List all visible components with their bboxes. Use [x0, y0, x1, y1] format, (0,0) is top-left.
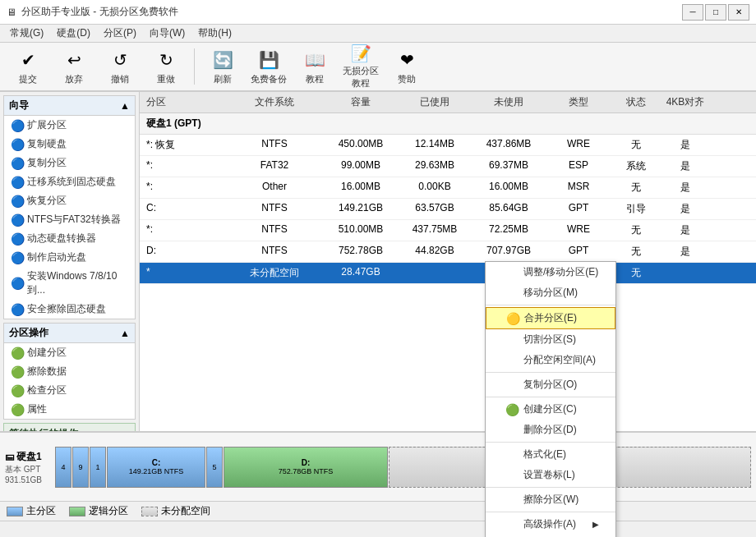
sidebar-item-guide[interactable]: 🔵安装Windows 7/8/10到...	[4, 267, 135, 300]
ctx-item-8[interactable]: 格式化(E)	[486, 444, 615, 465]
disk-visual-label: 🖴 硬盘1	[5, 450, 50, 464]
toolbar-label-放弃: 放弃	[65, 73, 83, 85]
partops-section: 分区操作 ▲ 🟢创建分区🟢擦除数据🟢检查分区🟢属性	[3, 323, 136, 420]
partition-row-5[interactable]: D:NTFS752.78GB44.82GB707.97GBGPT无是	[140, 241, 756, 263]
cell-status-3: 引导	[611, 200, 661, 218]
partition-row-0[interactable]: *: 恢复NTFS450.00MB12.14MB437.86MBWRE无是	[140, 135, 756, 156]
ctx-item-5[interactable]: 复制分区(O)	[486, 374, 615, 395]
sidebar-item-guide[interactable]: 🔵复制硬盘	[4, 135, 135, 154]
toolbar-btn-提交[interactable]: ✔提交	[7, 45, 49, 88]
toolbar-icon-刷新: 🔄	[210, 48, 236, 71]
maximize-button[interactable]: □	[705, 4, 726, 21]
cell-fs-5: NTFS	[225, 243, 324, 260]
cell-cap-2: 16.00MB	[324, 179, 398, 196]
menu-item-常规(G)[interactable]: 常规(G)	[3, 25, 50, 42]
partition-row-3[interactable]: C:NTFS149.21GB63.57GB85.64GBGPT引导是	[140, 199, 756, 220]
ctx-item-4[interactable]: 分配空闲空间(A)	[486, 350, 615, 370]
partition-table-body: *: 恢复NTFS450.00MB12.14MB437.86MBWRE无是*:F…	[140, 135, 756, 284]
legend: 主分区 逻辑分区 未分配空间	[0, 501, 756, 521]
toolbar-btn-赞助[interactable]: ❤赞助	[385, 45, 428, 88]
close-button[interactable]: ✕	[728, 4, 749, 21]
toolbar-btn-刷新[interactable]: 🔄刷新	[201, 45, 244, 88]
partition-row-1[interactable]: *:FAT3299.00MB29.63MB69.37MBESP系统是	[140, 156, 756, 177]
sidebar-item-guide[interactable]: 🔵安全擦除固态硬盘	[4, 300, 135, 319]
sidebar-item-guide[interactable]: 🔵制作启动光盘	[4, 248, 135, 267]
menu-item-硬盘(D)[interactable]: 硬盘(D)	[50, 25, 97, 42]
cell-name-0: *: 恢复	[143, 136, 225, 154]
segment-info-4: 5	[212, 463, 216, 471]
menu-item-分区(P)[interactable]: 分区(P)	[97, 25, 143, 42]
cell-fs-6: 未分配空间	[225, 264, 324, 282]
ctx-item-7[interactable]: 删除分区(D)	[486, 420, 615, 440]
ctx-item-10[interactable]: 擦除分区(W)	[486, 489, 615, 510]
toolbar-btn-无损分区教程[interactable]: 📝无损分区教程	[339, 45, 382, 88]
cell-fs-2: Other	[225, 179, 324, 196]
disk1-header: 硬盘1 (GPT)	[140, 113, 756, 135]
ctx-item-1[interactable]: 移动分区(M)	[486, 282, 615, 303]
sidebar-item-partops[interactable]: 🟢属性	[4, 400, 135, 419]
collapse-guide-icon[interactable]: ▲	[120, 100, 130, 112]
ctx-label-0: 调整/移动分区(E)	[523, 265, 598, 279]
col-capacity: 容量	[324, 94, 398, 111]
ctx-item-3[interactable]: 切割分区(S)	[486, 329, 615, 350]
disk-segment-2[interactable]: 1	[90, 447, 106, 488]
cell-used-0: 12.14MB	[398, 136, 472, 154]
ctx-item-2[interactable]: 🟡合并分区(E)	[486, 307, 615, 329]
cell-status-6: 无	[611, 264, 661, 282]
disk-segment-4[interactable]: 5	[206, 447, 223, 488]
cell-free-0: 437.86MB	[472, 136, 546, 154]
ctx-icon-6: 🟢	[505, 403, 519, 416]
toolbar-icon-放弃: ↩	[61, 48, 87, 71]
collapse-partops-icon[interactable]: ▲	[120, 328, 130, 339]
ctx-item-11[interactable]: 高级操作(A)▶	[486, 514, 615, 535]
toolbar-btn-教程[interactable]: 📖教程	[293, 45, 336, 88]
sidebar-item-partops[interactable]: 🟢擦除数据	[4, 362, 135, 381]
sidebar-item-guide[interactable]: 🔵复制分区	[4, 154, 135, 172]
sidebar-item-partops[interactable]: 🟢创建分区	[4, 343, 135, 362]
col-status: 状态	[611, 94, 661, 111]
sidebar: 向导 ▲ 🔵扩展分区🔵复制硬盘🔵复制分区🔵迁移系统到固态硬盘🔵恢复分区🔵NTFS…	[0, 92, 140, 431]
minimize-button[interactable]: ─	[682, 4, 703, 21]
guide-item-icon: 🔵	[11, 251, 24, 264]
partition-row-2[interactable]: *:Other16.00MB0.00KB16.00MBMSR无是	[140, 177, 756, 199]
disk-segment-0[interactable]: 4	[55, 447, 71, 488]
sidebar-item-guide[interactable]: 🔵动态硬盘转换器	[4, 229, 135, 248]
title-bar-title: 分区助手专业版 - 无损分区免费软件	[21, 5, 178, 19]
ctx-item-0[interactable]: 调整/移动分区(E)	[486, 262, 615, 282]
ctx-label-5: 复制分区(O)	[523, 378, 577, 392]
ctx-separator-8	[486, 442, 615, 443]
sidebar-item-partops[interactable]: 🟢检查分区	[4, 381, 135, 400]
cell-align-1: 是	[661, 158, 710, 175]
menu-item-帮助(H)[interactable]: 帮助(H)	[191, 25, 238, 42]
toolbar-btn-免费备份[interactable]: 💾免费备份	[247, 45, 290, 88]
sidebar-item-guide[interactable]: 🔵扩展分区	[4, 116, 135, 135]
ctx-icon-2: 🟡	[506, 312, 519, 325]
cell-used-5: 44.82GB	[398, 243, 472, 260]
ctx-item-9[interactable]: 设置卷标(L)	[486, 465, 615, 485]
menu-item-向导(W)[interactable]: 向导(W)	[143, 25, 191, 42]
partition-row-4[interactable]: *:NTFS510.00MB437.75MB72.25MBWRE无是	[140, 220, 756, 241]
legend-primary-box	[7, 507, 23, 516]
sidebar-item-guide[interactable]: 🔵NTFS与FAT32转换器	[4, 210, 135, 229]
cell-type-4: WRE	[546, 222, 611, 239]
ctx-separator-5	[486, 372, 615, 373]
disk-segment-1[interactable]: 9	[72, 447, 89, 488]
sidebar-item-guide[interactable]: 🔵恢复分区	[4, 191, 135, 210]
col-partition: 分区	[143, 94, 225, 111]
toolbar-btn-放弃[interactable]: ↩放弃	[53, 45, 95, 88]
ctx-label-8: 格式化(E)	[523, 448, 566, 461]
cell-used-6	[398, 264, 472, 282]
toolbar-btn-撤销[interactable]: ↺撤销	[99, 45, 141, 88]
disk-visual-sublabel: 基本 GPT	[5, 464, 53, 475]
disk-segment-3[interactable]: C:149.21GB NTFS	[107, 447, 205, 488]
partition-row-6[interactable]: *未分配空间28.47GBGPT无	[140, 263, 756, 284]
cell-cap-3: 149.21GB	[324, 200, 398, 218]
ctx-item-6[interactable]: 🟢创建分区(C)	[486, 399, 615, 420]
sidebar-item-guide[interactable]: 🔵迁移系统到固态硬盘	[4, 172, 135, 191]
cell-name-6: *	[143, 264, 225, 282]
cell-type-3: GPT	[546, 200, 611, 218]
cell-cap-5: 752.78GB	[324, 243, 398, 260]
disk-segment-5[interactable]: D:752.78GB NTFS	[224, 447, 388, 488]
toolbar-btn-重做[interactable]: ↻重做	[145, 45, 187, 88]
col-align: 4KB对齐	[661, 94, 710, 111]
